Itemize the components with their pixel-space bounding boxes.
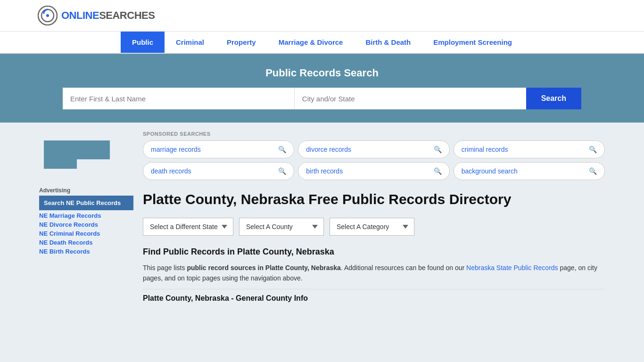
find-bold-1: public record sources in Platte County, … (187, 264, 341, 272)
find-records-text: This page lists public record sources in… (143, 263, 605, 284)
search-icon-5: 🔍 (589, 167, 597, 175)
search-icon-4: 🔍 (434, 167, 442, 175)
section-divider (143, 289, 605, 289)
nav-birth-death[interactable]: Birth & Death (354, 32, 422, 53)
content: SPONSORED SEARCHES marriage records 🔍 di… (143, 131, 605, 303)
main-wrap: Advertising Search NE Public Records NE … (30, 123, 614, 311)
sponsored-death[interactable]: death records 🔍 (143, 162, 294, 180)
nav-property[interactable]: Property (215, 32, 267, 53)
sponsored-criminal-label: criminal records (462, 146, 508, 153)
search-banner-title: Public Records Search (38, 67, 606, 79)
logo-icon (38, 6, 58, 25)
sponsored-divorce[interactable]: divorce records 🔍 (298, 140, 449, 158)
county-dropdown[interactable]: Select A County (239, 218, 324, 236)
logo-text: ONLINESEARCHES (61, 9, 155, 22)
find-link[interactable]: Nebraska State Public Records (466, 264, 558, 272)
sidebar: Advertising Search NE Public Records NE … (39, 131, 133, 303)
main-nav: Public Criminal Property Marriage & Divo… (0, 32, 644, 54)
sponsored-label: SPONSORED SEARCHES (143, 131, 605, 137)
sponsored-background[interactable]: background search 🔍 (454, 162, 605, 180)
sidebar-link-0[interactable]: NE Marriage Records (39, 211, 133, 220)
ad-item[interactable]: Search NE Public Records (39, 196, 133, 210)
dropdowns-row: Select a Different State Select A County… (143, 218, 605, 236)
header: ONLINESEARCHES (0, 0, 644, 32)
name-input[interactable] (63, 88, 295, 109)
logo[interactable]: ONLINESEARCHES (38, 6, 155, 25)
sponsored-criminal[interactable]: criminal records 🔍 (454, 140, 605, 158)
nav-employment[interactable]: Employment Screening (422, 32, 523, 53)
sidebar-link-2[interactable]: NE Criminal Records (39, 229, 133, 238)
sponsored-death-label: death records (151, 167, 191, 175)
location-input[interactable] (295, 88, 526, 109)
page-title: Platte County, Nebraska Free Public Reco… (143, 190, 605, 208)
search-icon-1: 🔍 (434, 146, 442, 153)
find-text-2: . Additional resources can be found on o… (341, 264, 466, 272)
state-dropdown[interactable]: Select a Different State (143, 218, 233, 236)
sponsored-marriage[interactable]: marriage records 🔍 (143, 140, 294, 158)
find-records-title: Find Public Records in Platte County, Ne… (143, 247, 605, 257)
sponsored-divorce-label: divorce records (306, 146, 351, 153)
sidebar-link-4[interactable]: NE Birth Records (39, 247, 133, 256)
general-info-title: Platte County, Nebraska - General County… (143, 294, 605, 303)
search-icon-3: 🔍 (278, 167, 286, 175)
sponsored-grid: marriage records 🔍 divorce records 🔍 cri… (143, 140, 605, 180)
nav-marriage-divorce[interactable]: Marriage & Divorce (267, 32, 355, 53)
ad-label: Advertising (39, 187, 133, 194)
nav-criminal[interactable]: Criminal (165, 32, 215, 53)
sponsored-background-label: background search (462, 167, 518, 175)
search-button[interactable]: Search (526, 88, 581, 109)
state-map (39, 131, 133, 180)
svg-marker-2 (44, 140, 110, 169)
nav-public[interactable]: Public (121, 32, 165, 53)
search-banner: Public Records Search Search (0, 54, 644, 123)
category-dropdown[interactable]: Select A Category (330, 218, 414, 236)
search-form: Search (63, 88, 581, 109)
sponsored-birth-label: birth records (306, 167, 343, 175)
sponsored-birth[interactable]: birth records 🔍 (298, 162, 449, 180)
sidebar-link-3[interactable]: NE Death Records (39, 238, 133, 247)
search-icon-0: 🔍 (278, 146, 286, 153)
search-icon-2: 🔍 (589, 146, 597, 153)
find-text-1: This page lists (143, 264, 187, 272)
sponsored-marriage-label: marriage records (151, 146, 201, 153)
svg-point-1 (46, 14, 49, 17)
sidebar-link-1[interactable]: NE Divorce Records (39, 220, 133, 229)
